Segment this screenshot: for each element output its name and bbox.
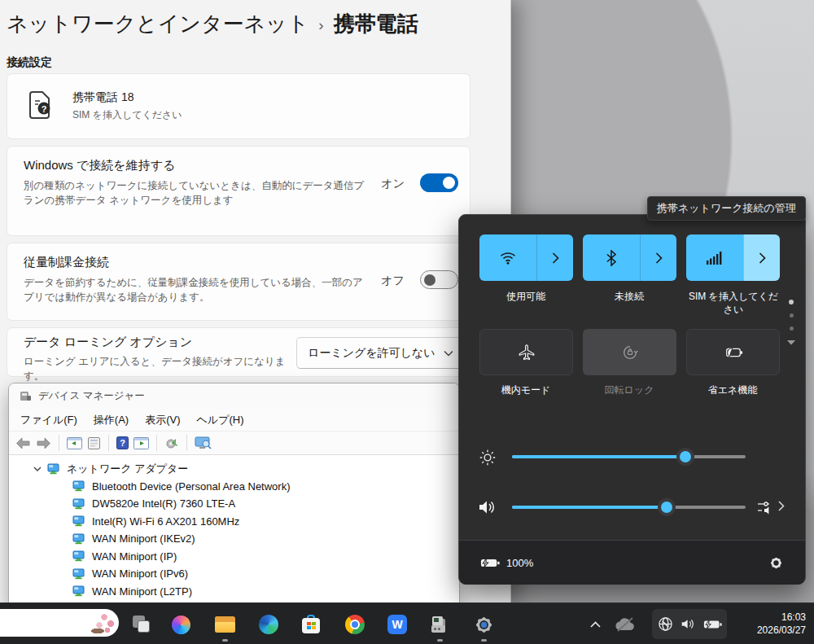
metered-connection-card: 従量制課金接続 データを節約するために、従量制課金接続を使用している場合、一部の… xyxy=(7,243,470,321)
device-manager-titlebar[interactable]: デバイス マネージャー xyxy=(9,383,459,409)
menu-action[interactable]: 操作(A) xyxy=(85,410,137,431)
wifi-icon[interactable] xyxy=(479,234,536,281)
task-view-button[interactable] xyxy=(131,614,152,635)
network-adapter-icon xyxy=(72,585,86,597)
volume-slider-thumb[interactable] xyxy=(661,502,672,513)
flyout-bottom-bar: 100% xyxy=(459,541,805,585)
chevron-down-icon xyxy=(444,350,453,357)
back-icon[interactable] xyxy=(15,437,31,449)
brightness-row xyxy=(459,445,805,469)
svg-text:?: ? xyxy=(42,103,47,113)
cellular-expand-button[interactable] xyxy=(743,234,780,281)
tree-expand-chevron-icon[interactable] xyxy=(33,466,42,472)
device-manager-menubar: ファイル(F) 操作(A) 表示(V) ヘルプ(H) xyxy=(9,409,459,432)
volume-slider[interactable] xyxy=(512,506,746,509)
menu-view[interactable]: 表示(V) xyxy=(137,410,188,431)
cellular-label: SIM を挿入してください xyxy=(685,290,782,316)
speaker-icon xyxy=(681,617,696,631)
roaming-title: データ ローミング オプション xyxy=(24,335,192,350)
battery-status[interactable]: 100% xyxy=(480,557,533,569)
menu-help[interactable]: ヘルプ(H) xyxy=(189,410,252,431)
cellular-signal-icon[interactable] xyxy=(686,234,743,281)
gear-icon[interactable] xyxy=(768,555,784,571)
device-manager-taskbar-button[interactable] xyxy=(429,614,450,635)
keep-connected-toggle[interactable] xyxy=(420,173,458,192)
audio-output-icon[interactable] xyxy=(757,497,773,517)
tree-item[interactable]: Intel(R) Wi-Fi 6 AX201 160MHz xyxy=(9,513,459,531)
show-hidden-icons-button[interactable] xyxy=(584,614,606,635)
roaming-dropdown[interactable]: ローミングを許可しない xyxy=(296,337,464,369)
network-adapter-icon xyxy=(72,480,86,492)
chevron-right-icon xyxy=(759,252,766,264)
brightness-slider[interactable] xyxy=(512,455,746,458)
scroll-down-arrow-icon[interactable] xyxy=(786,340,796,346)
cellular-device-status: SIM を挿入してください xyxy=(72,108,182,122)
menu-file[interactable]: ファイル(F) xyxy=(12,410,85,431)
taskbar-clock[interactable]: 16:03 2026/03/27 xyxy=(757,611,806,637)
tree-item[interactable]: WAN Miniport (IP) xyxy=(9,548,459,566)
tree-item-label: Intel(R) Wi-Fi 6 AX201 160MHz xyxy=(92,515,239,528)
running-indicator xyxy=(222,639,228,642)
forward-icon[interactable] xyxy=(36,437,51,449)
bluetooth-label: 未接続 xyxy=(576,290,682,303)
battery-charging-icon xyxy=(703,619,722,630)
cellular-device-name: 携帯電話 18 xyxy=(72,90,182,105)
tree-item[interactable]: WAN Miniport (L2TP) xyxy=(9,583,459,601)
wifi-expand-button[interactable] xyxy=(536,234,573,281)
airplane-mode-button[interactable] xyxy=(479,329,573,375)
tree-item-label: DW5820e Intel(R) 7360 LTE-A xyxy=(92,497,235,510)
remote-computer-icon[interactable] xyxy=(195,436,212,449)
chrome-button[interactable] xyxy=(344,614,365,635)
cellular-device-card[interactable]: ? 携帯電話 18 SIM を挿入してください xyxy=(7,73,470,139)
copilot-button[interactable] xyxy=(170,614,191,635)
microsoft-store-button[interactable] xyxy=(300,614,322,635)
keep-connected-title: Windows で接続を維持する xyxy=(24,158,175,173)
device-manager-tree: ネットワーク アダプター Bluetooth Device (Personal … xyxy=(9,455,459,600)
keep-connected-description: 別の種類のネットワークに接続していないときは、自動的にデータ通信プランの携帯デー… xyxy=(24,178,372,208)
rotation-lock-label: 回転ロック xyxy=(576,383,682,396)
quick-settings-panel: 使用可能 未接続 SIM を挿入してください 機内モード 回転ロック 省エネ機能 xyxy=(458,214,806,585)
energy-saver-button[interactable] xyxy=(686,329,780,375)
system-tray-group[interactable] xyxy=(652,609,727,639)
bluetooth-quick-toggle[interactable] xyxy=(583,234,676,281)
metered-state-label: オフ xyxy=(381,274,405,288)
wps-button[interactable]: W xyxy=(387,614,408,635)
battery-charging-icon xyxy=(480,557,500,569)
metered-toggle[interactable] xyxy=(420,270,458,289)
onedrive-tray-button[interactable] xyxy=(615,614,636,635)
tree-item[interactable]: Bluetooth Device (Personal Area Network) xyxy=(9,478,459,496)
task-view-icon xyxy=(138,620,150,633)
cellular-quick-toggle[interactable] xyxy=(686,234,780,281)
tree-item-network-adapters[interactable]: ネットワーク アダプター xyxy=(9,460,459,478)
metered-description: データを節約するために、従量制課金接続を使用している場合、一部のアプリでは動作が… xyxy=(24,275,372,304)
tree-item[interactable]: WAN Miniport (IPv6) xyxy=(9,565,459,583)
device-manager-title: デバイス マネージャー xyxy=(38,389,145,403)
tree-item-label: WAN Miniport (L2TP) xyxy=(92,585,192,598)
console-tree-icon[interactable] xyxy=(67,437,82,449)
brightness-slider-fill xyxy=(512,455,685,458)
rotation-lock-button xyxy=(583,329,676,375)
chevron-right-icon[interactable] xyxy=(778,501,785,511)
bluetooth-icon[interactable] xyxy=(583,234,640,281)
breadcrumb-separator: › xyxy=(318,14,323,34)
settings-taskbar-button[interactable] xyxy=(473,614,494,635)
bluetooth-expand-button[interactable] xyxy=(640,234,676,281)
properties-icon[interactable] xyxy=(87,437,101,449)
onedrive-paused-icon xyxy=(615,617,636,632)
tree-item[interactable]: WAN Miniport (IKEv2) xyxy=(9,530,459,548)
tree-item[interactable]: DW5820e Intel(R) 7360 LTE-A xyxy=(9,495,459,513)
wifi-quick-toggle[interactable] xyxy=(479,234,573,281)
tree-item-label: Bluetooth Device (Personal Area Network) xyxy=(92,480,291,493)
help-icon[interactable]: ? xyxy=(116,436,129,449)
search-box[interactable] xyxy=(0,609,119,637)
copilot-icon xyxy=(172,616,190,634)
tree-parent-label: ネットワーク アダプター xyxy=(67,462,188,476)
brightness-slider-thumb[interactable] xyxy=(680,451,691,462)
action-pane-icon[interactable] xyxy=(133,437,149,449)
scan-hardware-icon[interactable] xyxy=(164,436,179,450)
breadcrumb-parent[interactable]: ネットワークとインターネット xyxy=(7,10,309,38)
settings-gear-icon xyxy=(474,615,494,635)
edge-button[interactable] xyxy=(258,614,279,635)
toggle-knob xyxy=(424,274,435,286)
file-explorer-button[interactable] xyxy=(214,614,235,635)
